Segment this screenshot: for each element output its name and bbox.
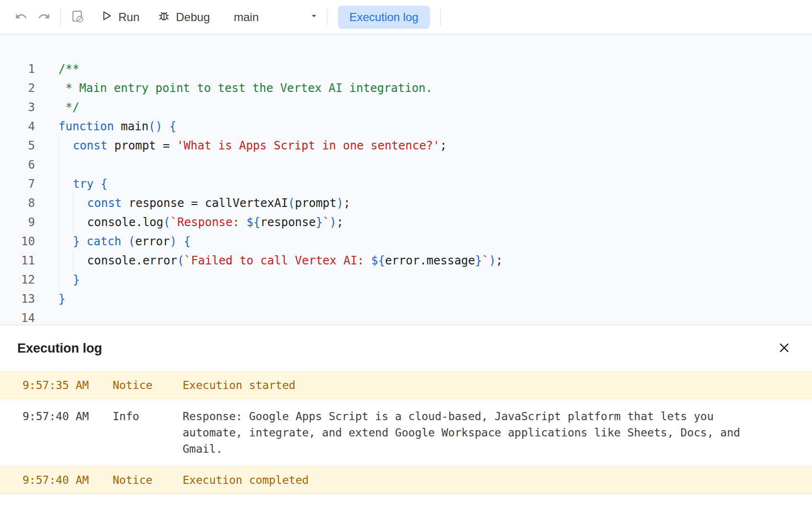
code-token: (: [288, 194, 295, 213]
code-token: (: [128, 232, 135, 251]
code-line[interactable]: */: [58, 98, 812, 117]
debug-label: Debug: [176, 11, 210, 24]
code-lines: /** * Main entry point to test the Verte…: [35, 59, 812, 325]
line-number[interactable]: 11: [0, 251, 35, 270]
indent-guide: [73, 194, 87, 213]
code-token: response: [260, 213, 316, 232]
toolbar-divider: [441, 9, 441, 25]
code-token: try: [73, 174, 93, 194]
log-entry: 9:57:40 AMNoticeExecution completed: [0, 466, 812, 494]
code-editor[interactable]: 1234567891011121314 /** * Main entry poi…: [0, 34, 812, 325]
code-token: }: [58, 289, 65, 309]
line-number[interactable]: 13: [0, 289, 35, 309]
code-token: ;: [343, 194, 350, 213]
code-token: [162, 117, 169, 136]
log-time: 9:57:40 AM: [23, 472, 113, 488]
indent-guide: [73, 213, 87, 232]
code-line[interactable]: [58, 155, 812, 174]
code-token: catch: [87, 232, 121, 251]
code-line[interactable]: function main() {: [58, 117, 812, 136]
log-message: Execution completed: [183, 472, 758, 488]
code-token: response = callVertexAI: [122, 194, 288, 213]
toolbar-divider: [327, 9, 327, 25]
save-project-button[interactable]: [66, 6, 89, 29]
code-token: * Main entry point to test the Vertex AI…: [58, 79, 432, 98]
code-token: const: [87, 194, 122, 213]
toolbar-divider: [60, 9, 61, 25]
line-number[interactable]: 12: [0, 270, 35, 289]
redo-icon: [38, 10, 50, 24]
line-number[interactable]: 9: [0, 213, 35, 232]
log-entries: 9:57:35 AMNoticeExecution started9:57:40…: [0, 371, 812, 494]
indent-guide: [58, 232, 73, 251]
code-token: {: [184, 232, 190, 251]
code-token: [177, 232, 184, 251]
code-line[interactable]: try {: [58, 174, 812, 194]
run-label: Run: [118, 11, 139, 24]
code-line[interactable]: const prompt = 'What is Apps Script in o…: [58, 136, 812, 155]
code-token: {: [101, 174, 107, 194]
code-token: }: [73, 232, 80, 251]
debug-button[interactable]: Debug: [151, 6, 217, 29]
indent-guide: [58, 213, 73, 232]
indent-guide: [58, 174, 73, 194]
code-token: [80, 232, 86, 251]
code-line[interactable]: [58, 309, 812, 325]
code-line[interactable]: * Main entry point to test the Vertex AI…: [58, 79, 812, 98]
code-token: (): [149, 117, 162, 136]
code-line[interactable]: const response = callVertexAI(prompt);: [58, 194, 812, 213]
redo-button[interactable]: [33, 6, 56, 29]
line-number[interactable]: 14: [0, 309, 35, 325]
save-project-icon: [70, 10, 84, 24]
code-token: (: [163, 213, 170, 232]
line-number[interactable]: 2: [0, 79, 35, 98]
execution-log-button[interactable]: Execution log: [338, 6, 430, 29]
undo-icon: [15, 10, 27, 24]
indent-guide: [58, 194, 73, 213]
code-token: ): [330, 213, 336, 232]
code-line[interactable]: } catch (error) {: [58, 232, 812, 251]
execution-log-header: Execution log: [0, 325, 812, 371]
code-token: console.error: [87, 251, 177, 270]
code-token: ${: [246, 213, 260, 232]
code-token: {: [169, 117, 176, 136]
code-token: */: [58, 98, 79, 117]
code-token: prompt =: [107, 136, 177, 155]
code-line[interactable]: /**: [58, 59, 812, 79]
code-token: ): [489, 251, 496, 270]
code-token: ): [336, 194, 343, 213]
dropdown-caret-icon: [309, 11, 319, 24]
undo-button[interactable]: [10, 6, 33, 29]
code-token: function: [58, 117, 114, 136]
log-message: Response: Google Apps Script is a cloud-…: [183, 408, 758, 457]
line-number[interactable]: 6: [0, 155, 35, 174]
line-number[interactable]: 3: [0, 98, 35, 117]
line-number[interactable]: 1: [0, 59, 35, 79]
code-token: ;: [336, 213, 343, 232]
line-number[interactable]: 8: [0, 194, 35, 213]
indent-guide: [58, 136, 73, 155]
indent-guide: [58, 251, 73, 270]
line-number[interactable]: 7: [0, 174, 35, 194]
code-line[interactable]: }: [58, 289, 812, 309]
line-number[interactable]: 10: [0, 232, 35, 251]
toolbar: Run Debug main Execution log: [0, 0, 812, 34]
close-button[interactable]: [774, 338, 795, 359]
indent-guide: [58, 270, 73, 289]
line-number[interactable]: 4: [0, 117, 35, 136]
function-selector-value: main: [234, 11, 259, 24]
close-icon: [777, 341, 791, 356]
run-button[interactable]: Run: [93, 6, 146, 29]
code-token: ${: [371, 251, 385, 270]
code-line[interactable]: }: [58, 270, 812, 289]
function-selector[interactable]: main: [228, 6, 322, 29]
line-number[interactable]: 5: [0, 136, 35, 155]
code-line[interactable]: console.error(`Failed to call Vertex AI:…: [58, 251, 812, 270]
execution-log-title: Execution log: [17, 341, 102, 356]
code-token: (: [177, 251, 184, 270]
code-token: `Failed to call Vertex AI:: [184, 251, 371, 270]
log-time: 9:57:35 AM: [23, 377, 113, 393]
code-token: /**: [58, 59, 79, 79]
indent-guide: [73, 251, 87, 270]
code-line[interactable]: console.log(`Response: ${response}`);: [58, 213, 812, 232]
